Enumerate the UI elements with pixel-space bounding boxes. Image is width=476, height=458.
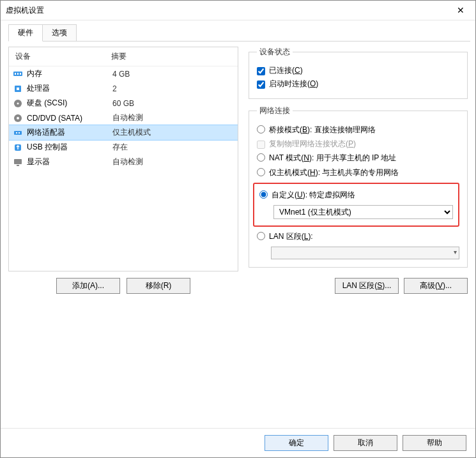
hardware-buttons: 添加(A)... 移除(R) (8, 271, 238, 294)
hardware-row[interactable]: 内存4 GB (9, 66, 238, 81)
svg-rect-5 (17, 88, 19, 90)
device-name: 内存 (27, 68, 109, 79)
window-title: 虚拟机设置 (6, 5, 451, 16)
svg-rect-15 (17, 165, 19, 166)
network-connection-group: 网络连接 桥接模式(B): 直接连接物理网络 复制物理网络连接状态(P) NAT… (249, 105, 468, 268)
device-icon (13, 113, 23, 123)
device-icon (13, 84, 23, 94)
device-icon (13, 128, 23, 138)
custom-network-select[interactable]: VMnet1 (仅主机模式) (259, 205, 453, 219)
close-icon: ✕ (457, 5, 464, 15)
device-summary: 2 (112, 84, 234, 93)
tab-bar: 硬件 选项 (1, 20, 475, 42)
device-icon (13, 69, 23, 79)
hardware-list-header: 设备 摘要 (9, 47, 238, 66)
device-summary: 自动检测 (112, 112, 234, 123)
device-status-group: 设备状态 已连接(C) 启动时连接(O) (249, 47, 468, 99)
advanced-button[interactable]: 高级(V)... (404, 278, 468, 294)
device-name: USB 控制器 (27, 142, 109, 153)
close-button[interactable]: ✕ (451, 5, 470, 15)
lanseg-label: LAN 区段(L): (269, 231, 313, 242)
device-summary: 仅主机模式 (112, 127, 234, 138)
svg-point-9 (17, 117, 19, 119)
svg-point-7 (17, 102, 19, 104)
device-summary: 4 GB (112, 70, 234, 79)
device-name: 处理器 (27, 83, 109, 94)
hardware-pane: 设备 摘要 内存4 GB处理器2硬盘 (SCSI)60 GBCD/DVD (SA… (8, 47, 238, 294)
connected-label: 已连接(C) (269, 65, 303, 76)
bridged-label: 桥接模式(B): 直接连接物理网络 (269, 125, 376, 135)
network-extra-buttons: LAN 区段(S)... 高级(V)... (249, 278, 468, 294)
replicate-checkbox-input (257, 141, 265, 149)
custom-radio[interactable]: 自定义(U): 特定虚拟网络 (259, 188, 453, 202)
device-summary: 自动检测 (112, 156, 234, 167)
hardware-list: 设备 摘要 内存4 GB处理器2硬盘 (SCSI)60 GBCD/DVD (SA… (8, 47, 238, 271)
cancel-button[interactable]: 取消 (334, 435, 397, 451)
connected-checkbox[interactable]: 已连接(C) (257, 64, 459, 77)
network-connection-legend: 网络连接 (257, 105, 293, 116)
dialog-footer: 确定 取消 帮助 (1, 428, 475, 457)
device-status-legend: 设备状态 (257, 47, 293, 57)
remove-button[interactable]: 移除(R) (127, 278, 190, 294)
custom-network-select-input[interactable]: VMnet1 (仅主机模式) (273, 205, 453, 219)
hardware-row[interactable]: 显示器自动检测 (9, 155, 238, 169)
custom-radio-input[interactable] (259, 190, 268, 199)
nat-radio-input[interactable] (257, 153, 265, 162)
device-name: 显示器 (27, 156, 109, 167)
connected-checkbox-input[interactable] (257, 67, 265, 75)
svg-rect-11 (16, 132, 17, 134)
hardware-row[interactable]: CD/DVD (SATA)自动检测 (9, 111, 238, 125)
bridged-radio[interactable]: 桥接模式(B): 直接连接物理网络 (257, 123, 459, 137)
dialog-body: 设备 摘要 内存4 GB处理器2硬盘 (SCSI)60 GBCD/DVD (SA… (1, 42, 475, 300)
title-bar: 虚拟机设置 ✕ (1, 1, 475, 20)
connect-at-poweron-input[interactable] (257, 80, 265, 89)
lanseg-select: ▾ (257, 247, 459, 259)
replicate-checkbox: 复制物理网络连接状态(P) (257, 137, 459, 151)
hostonly-label: 仅主机模式(H): 与主机共享的专用网络 (269, 167, 399, 178)
nat-radio[interactable]: NAT 模式(N): 用于共享主机的 IP 地址 (257, 151, 459, 165)
svg-rect-12 (19, 132, 20, 134)
tab-options[interactable]: 选项 (42, 24, 77, 42)
add-button[interactable]: 添加(A)... (56, 278, 120, 294)
device-name: 硬盘 (SCSI) (27, 98, 109, 109)
hardware-row[interactable]: 硬盘 (SCSI)60 GB (9, 96, 238, 111)
hardware-row[interactable]: 网络适配器仅主机模式 (9, 125, 238, 140)
device-summary: 60 GB (112, 99, 234, 108)
hostonly-radio-input[interactable] (257, 168, 265, 176)
replicate-label: 复制物理网络连接状态(P) (269, 139, 356, 149)
custom-network-highlight: 自定义(U): 特定虚拟网络 VMnet1 (仅主机模式) (253, 183, 459, 227)
device-summary: 存在 (112, 142, 234, 153)
custom-label: 自定义(U): 特定虚拟网络 (272, 190, 355, 201)
svg-rect-3 (20, 73, 21, 75)
svg-rect-14 (14, 159, 22, 164)
lanseg-radio[interactable]: LAN 区段(L): (257, 229, 459, 244)
hostonly-radio[interactable]: 仅主机模式(H): 与主机共享的专用网络 (257, 165, 459, 180)
svg-rect-10 (14, 131, 22, 135)
nat-label: NAT 模式(N): 用于共享主机的 IP 地址 (269, 153, 396, 164)
hardware-row[interactable]: 处理器2 (9, 81, 238, 96)
col-summary: 摘要 (111, 51, 127, 62)
svg-rect-1 (15, 73, 16, 75)
hardware-list-body: 内存4 GB处理器2硬盘 (SCSI)60 GBCD/DVD (SATA)自动检… (9, 66, 238, 271)
device-icon (13, 157, 23, 167)
chevron-down-icon: ▾ (454, 248, 457, 256)
bridged-radio-input[interactable] (257, 125, 265, 134)
device-icon (13, 142, 23, 153)
lanseg-radio-input[interactable] (257, 232, 265, 240)
connect-at-poweron-checkbox[interactable]: 启动时连接(O) (257, 77, 459, 91)
settings-pane: 设备状态 已连接(C) 启动时连接(O) 网络连接 桥接模式(B): 直接连接物… (249, 47, 468, 294)
vm-settings-dialog: 虚拟机设置 ✕ 硬件 选项 设备 摘要 内存4 GB处理器2硬盘 (SCSI)6… (0, 0, 476, 458)
help-button[interactable]: 帮助 (403, 435, 466, 451)
hardware-row[interactable]: USB 控制器存在 (9, 140, 238, 155)
device-name: 网络适配器 (27, 127, 109, 138)
connect-at-poweron-label: 启动时连接(O) (269, 79, 318, 89)
tab-hardware[interactable]: 硬件 (8, 24, 43, 42)
device-name: CD/DVD (SATA) (27, 114, 109, 123)
tab-spacer (76, 24, 470, 42)
lanseg-select-input: ▾ (271, 247, 459, 259)
svg-rect-2 (17, 73, 19, 75)
ok-button[interactable]: 确定 (265, 435, 328, 451)
device-icon (13, 98, 23, 109)
col-device: 设备 (15, 51, 111, 62)
lan-segments-button[interactable]: LAN 区段(S)... (335, 278, 399, 294)
